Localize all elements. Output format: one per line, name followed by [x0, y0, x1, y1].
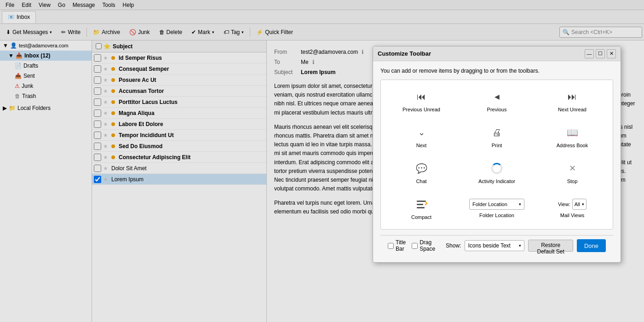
- toolbar-item-chat[interactable]: 💬 Chat: [385, 156, 457, 189]
- restore-default-button[interactable]: Restore Default Set: [528, 240, 573, 252]
- chat-label: Chat: [416, 178, 426, 184]
- toolbar-item-stop[interactable]: ✕ Stop: [536, 156, 608, 189]
- next-chevron-icon: ⌄: [414, 125, 429, 140]
- show-dropdown-arrow: ▾: [519, 243, 521, 248]
- print-label: Print: [492, 143, 502, 148]
- previous-label: Previous: [487, 107, 507, 112]
- dialog-instruction: You can add or remove items by dragging …: [380, 68, 613, 74]
- toolbar-item-previous-unread[interactable]: ⏮ Previous Unread: [385, 85, 457, 117]
- address-book-label: Address Book: [557, 143, 588, 148]
- title-bar-checkbox-group: Title Bar: [388, 239, 408, 252]
- show-label: Show:: [446, 242, 461, 249]
- folder-location-label: Folder Location: [479, 213, 514, 218]
- next-unread-icon: ⏭: [565, 89, 580, 104]
- folder-location-wrapper: Folder Location ▾: [469, 199, 524, 210]
- svg-rect-2: [417, 207, 425, 208]
- dialog-maximize-button[interactable]: ☐: [596, 49, 605, 58]
- mail-views-dropdown[interactable]: All ▾: [572, 199, 586, 210]
- show-dropdown[interactable]: Icons beside Text ▾: [465, 240, 524, 251]
- drag-space-checkbox-group: Drag Space: [412, 239, 438, 252]
- stop-icon: ✕: [565, 161, 580, 176]
- next-label: Next: [416, 143, 427, 148]
- previous-unread-label: Previous Unread: [402, 107, 440, 112]
- dialog-bottom: Title Bar Drag Space Show: Icons beside …: [380, 235, 613, 256]
- drag-space-checkbox[interactable]: [412, 243, 418, 249]
- toolbar-item-next-unread[interactable]: ⏭ Next Unread: [536, 85, 608, 117]
- drag-space-label: Drag Space: [420, 239, 438, 252]
- dialog-title: Customize Toolbar: [378, 50, 431, 57]
- toolbar-item-print[interactable]: 🖨 Print: [461, 121, 533, 153]
- dialog-body: You can add or remove items by dragging …: [373, 61, 621, 262]
- previous-unread-icon: ⏮: [414, 89, 429, 104]
- mail-views-wrapper: View: All ▾: [558, 199, 586, 210]
- mail-views-value: All: [575, 201, 580, 207]
- compact-label: Compact: [411, 214, 431, 220]
- dialog-overlay: Customize Toolbar — ☐ ✕ You can add or r…: [0, 0, 644, 322]
- compact-icon: [414, 197, 429, 212]
- activity-indicator-icon: [489, 161, 504, 176]
- mail-views-arrow: ▾: [582, 202, 584, 207]
- mail-views-label: Mail Views: [560, 213, 584, 218]
- toolbar-item-next[interactable]: ⌄ Next: [385, 121, 457, 153]
- previous-icon: ◀: [489, 89, 504, 104]
- stop-label: Stop: [567, 178, 578, 184]
- toolbar-item-address-book[interactable]: 📖 Address Book: [536, 121, 608, 153]
- view-label-text: View:: [558, 201, 570, 207]
- toolbar-item-mail-views[interactable]: View: All ▾ Mail Views: [536, 192, 608, 224]
- address-book-icon: 📖: [565, 125, 580, 140]
- dialog-close-button[interactable]: ✕: [607, 49, 616, 58]
- svg-rect-0: [417, 201, 426, 202]
- toolbar-item-previous[interactable]: ◀ Previous: [461, 85, 533, 117]
- print-icon: 🖨: [489, 125, 504, 140]
- dialog-controls: — ☐ ✕: [585, 49, 616, 58]
- dialog-titlebar: Customize Toolbar — ☐ ✕: [373, 46, 621, 61]
- title-bar-label: Title Bar: [396, 239, 408, 252]
- customize-toolbar-dialog: Customize Toolbar — ☐ ✕ You can add or r…: [373, 46, 621, 263]
- toolbar-item-activity-indicator[interactable]: Activity Indicator: [461, 156, 533, 189]
- dialog-minimize-button[interactable]: —: [585, 49, 594, 58]
- toolbar-item-compact[interactable]: Compact: [385, 192, 457, 224]
- activity-indicator-label: Activity Indicator: [478, 178, 515, 184]
- show-value: Icons beside Text: [468, 242, 511, 249]
- next-unread-label: Next Unread: [558, 107, 586, 112]
- folder-loc-arrow: ▾: [519, 202, 521, 207]
- folder-loc-text: Folder Location: [472, 201, 507, 207]
- svg-rect-1: [417, 204, 423, 205]
- chat-icon: 💬: [414, 161, 429, 176]
- folder-location-dropdown[interactable]: Folder Location ▾: [469, 199, 524, 210]
- toolbar-item-folder-location[interactable]: Folder Location ▾ Folder Location: [461, 192, 533, 224]
- done-button[interactable]: Done: [577, 239, 606, 252]
- title-bar-checkbox[interactable]: [388, 243, 394, 249]
- toolbar-items-grid: ⏮ Previous Unread ◀ Previous ⏭ Next Unre…: [380, 80, 613, 230]
